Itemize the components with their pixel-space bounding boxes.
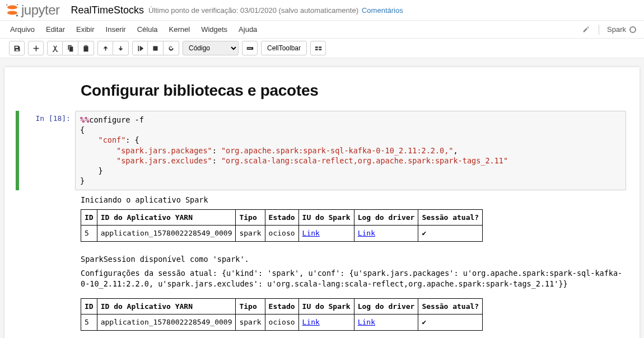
td-type: spark	[236, 314, 265, 331]
notebook-container: Configurar bibliotecas e pacotes In [18]…	[0, 58, 644, 338]
paste-button[interactable]	[78, 41, 94, 55]
menu-exibir[interactable]: Exibir	[71, 21, 100, 38]
command-palette-button[interactable]	[242, 41, 258, 55]
td-id: 5	[81, 314, 97, 331]
code-submit-button[interactable]	[310, 41, 326, 55]
svg-point-4	[16, 15, 18, 17]
output-text: SparkSession disponível como 'spark'. Co…	[15, 248, 629, 289]
run-button[interactable]	[132, 41, 148, 55]
menu-list: Arquivo Editar Exibir Inserir Célula Ker…	[0, 21, 267, 38]
markdown-heading: Configurar bibliotecas e pacotes	[81, 82, 625, 100]
menu-editar[interactable]: Editar	[40, 21, 71, 38]
th-type: Tipo	[236, 209, 265, 226]
move-up-button[interactable]	[97, 41, 113, 55]
jupyter-logo-text: jupyter	[21, 2, 60, 18]
menu-kernel[interactable]: Kernel	[164, 21, 196, 38]
save-button[interactable]	[9, 41, 25, 55]
spark-session-available: SparkSession disponível como 'spark'.	[81, 254, 625, 265]
svg-point-1	[7, 11, 17, 15]
th-driver-log: Log do driver	[354, 298, 418, 314]
th-id: ID	[81, 209, 97, 226]
svg-rect-13	[319, 49, 321, 50]
th-current-session: Sessão atual?	[418, 298, 483, 314]
kernel-name[interactable]: Spark	[607, 25, 626, 34]
menu-inserir[interactable]: Inserir	[100, 21, 132, 38]
svg-point-3	[17, 4, 18, 5]
cell-output-2: ID ID do Aplicativo YARN Tipo Estado IU …	[15, 293, 629, 331]
restart-button[interactable]	[164, 41, 179, 55]
td-state: ocioso	[265, 226, 298, 242]
jupyter-logo[interactable]: jupyter	[4, 2, 67, 18]
comments-link[interactable]: Comentários	[362, 6, 403, 15]
th-spark-ui: IU do Spark	[298, 298, 354, 314]
th-current-session: Sessão atual?	[418, 209, 483, 226]
jupyter-logo-icon	[4, 2, 20, 18]
spark-ui-link[interactable]: Link	[302, 318, 320, 326]
table-row: 5 application_1578002228549_0009 spark o…	[81, 226, 483, 242]
svg-rect-7	[248, 48, 249, 49]
th-yarn-app-id: ID do Aplicativo YARN	[97, 209, 236, 226]
edit-icon[interactable]	[582, 26, 590, 33]
table-header-row: ID ID do Aplicativo YARN Tipo Estado IU …	[81, 209, 483, 226]
checkpoint-status: Último ponto de verificação: 03/01/2020 …	[148, 6, 358, 15]
td-yarn-app-id: application_1578002228549_0009	[97, 226, 236, 242]
move-down-button[interactable]	[113, 41, 129, 55]
cell-output: Iniciando o aplicativo Spark ID ID do Ap…	[15, 190, 629, 242]
output-starting-spark: Iniciando o aplicativo Spark	[81, 195, 625, 205]
menubar: Arquivo Editar Exibir Inserir Célula Ker…	[0, 21, 644, 39]
code-input[interactable]: %%configure -f { "conf": { "spark.jars.p…	[75, 111, 626, 190]
svg-point-2	[6, 4, 8, 6]
td-type: spark	[236, 226, 265, 242]
move-group	[97, 41, 129, 55]
menu-celula[interactable]: Célula	[132, 21, 164, 38]
svg-point-0	[7, 6, 17, 10]
markdown-cell[interactable]: Configurar bibliotecas e pacotes	[15, 78, 629, 102]
driver-log-link[interactable]: Link	[358, 318, 375, 326]
yarn-table-1: ID ID do Aplicativo YARN Tipo Estado IU …	[81, 209, 483, 242]
th-driver-log: Log do driver	[354, 209, 418, 226]
th-spark-ui: IU do Spark	[298, 209, 354, 226]
svg-rect-8	[249, 48, 250, 49]
th-id: ID	[81, 298, 97, 314]
notebook-page: Configurar bibliotecas e pacotes In [18]…	[4, 67, 640, 338]
notebook-header: jupyter RealTimeStocks Último ponto de v…	[0, 0, 644, 21]
interrupt-button[interactable]	[148, 41, 164, 55]
table-header-row: ID ID do Aplicativo YARN Tipo Estado IU …	[81, 298, 483, 314]
svg-rect-11	[315, 49, 318, 50]
td-current: ✔	[418, 226, 483, 242]
kernel-idle-icon	[629, 26, 636, 33]
spark-ui-link[interactable]: Link	[302, 229, 320, 237]
code-cell[interactable]: In [18]: %%configure -f { "conf": { "spa…	[15, 109, 629, 190]
run-group	[132, 41, 179, 55]
th-state: Estado	[265, 298, 298, 314]
menu-widgets[interactable]: Widgets	[195, 21, 233, 38]
svg-rect-9	[250, 48, 251, 49]
th-state: Estado	[265, 209, 298, 226]
td-id: 5	[81, 226, 97, 242]
cut-button[interactable]	[47, 41, 63, 55]
svg-rect-10	[315, 46, 318, 48]
insert-cell-below-button[interactable]	[28, 41, 44, 55]
divider	[599, 25, 599, 35]
cell-toolbar-button[interactable]: CellToolbar	[261, 41, 307, 55]
cell-type-select[interactable]: Código	[183, 41, 239, 55]
input-prompt: In [18]:	[19, 111, 75, 190]
edit-group	[47, 41, 94, 55]
th-yarn-app-id: ID do Aplicativo YARN	[97, 298, 236, 314]
copy-button[interactable]	[63, 41, 78, 55]
session-config-line: Configurações da sessão atual: {u'kind':…	[81, 268, 625, 289]
menu-arquivo[interactable]: Arquivo	[4, 21, 40, 38]
yarn-table-2: ID ID do Aplicativo YARN Tipo Estado IU …	[81, 298, 483, 331]
th-type: Tipo	[236, 298, 265, 314]
kernel-area: Spark	[575, 25, 644, 35]
svg-rect-5	[153, 46, 157, 50]
notebook-name[interactable]: RealTimeStocks	[67, 4, 148, 16]
td-current: ✔	[418, 314, 483, 331]
td-yarn-app-id: application_1578002228549_0009	[97, 314, 236, 331]
svg-rect-12	[319, 46, 321, 48]
menu-ajuda[interactable]: Ajuda	[233, 21, 263, 38]
driver-log-link[interactable]: Link	[358, 229, 375, 237]
table-row: 5 application_1578002228549_0009 spark o…	[81, 314, 483, 331]
toolbar: Código CellToolbar	[0, 39, 644, 58]
td-state: ocioso	[265, 314, 298, 331]
